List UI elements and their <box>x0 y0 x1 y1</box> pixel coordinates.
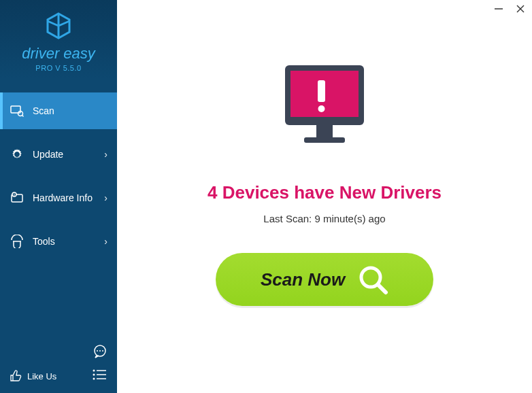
main-content: 4 Devices have New Drivers Last Scan: 9 … <box>117 0 532 393</box>
nav-item-tools[interactable]: Tools › <box>0 223 117 260</box>
svg-rect-21 <box>318 80 325 102</box>
nav-label: Hardware Info <box>33 192 93 203</box>
nav-item-scan[interactable]: Scan <box>0 92 117 129</box>
svg-point-9 <box>102 350 103 352</box>
version-label: PRO V 5.5.0 <box>0 64 117 72</box>
scan-now-button[interactable]: Scan Now <box>216 253 433 306</box>
nav-item-hardware[interactable]: i Hardware Info › <box>0 180 117 216</box>
close-button[interactable] <box>516 4 525 16</box>
magnify-icon <box>357 264 388 295</box>
svg-point-10 <box>93 370 95 372</box>
nav: Scan Update › i Hardware Info › Tools › <box>0 92 117 337</box>
nav-item-update[interactable]: Update › <box>0 136 117 173</box>
svg-point-7 <box>97 350 98 352</box>
chevron-right-icon: › <box>104 192 107 203</box>
svg-line-26 <box>378 285 386 292</box>
chat-button[interactable] <box>10 344 107 362</box>
info-icon: i <box>10 190 24 205</box>
sidebar-footer: Like Us <box>0 337 117 393</box>
svg-point-14 <box>93 378 95 380</box>
nav-label: Scan <box>33 105 54 116</box>
sidebar: driver easy PRO V 5.5.0 Scan Update › i … <box>0 0 117 393</box>
tools-icon <box>10 234 24 249</box>
last-scan-label: Last Scan: 9 minute(s) ago <box>263 213 385 224</box>
svg-rect-23 <box>316 125 333 137</box>
logo-area: driver easy PRO V 5.5.0 <box>0 0 117 80</box>
headline: 4 Devices have New Drivers <box>207 182 442 203</box>
chevron-right-icon: › <box>104 149 107 160</box>
like-us-button[interactable]: Like Us <box>10 370 56 382</box>
svg-point-12 <box>93 374 95 376</box>
svg-line-2 <box>22 116 24 117</box>
nav-label: Tools <box>33 236 55 247</box>
chevron-right-icon: › <box>104 236 107 247</box>
brand-name: driver easy <box>0 45 117 63</box>
gear-icon <box>10 147 24 162</box>
nav-label: Update <box>33 149 63 160</box>
scan-icon <box>10 103 24 118</box>
scan-button-label: Scan Now <box>261 269 345 290</box>
logo-icon <box>44 12 73 42</box>
svg-point-8 <box>99 350 101 352</box>
menu-icon[interactable] <box>93 369 107 383</box>
svg-point-22 <box>318 105 325 112</box>
window-controls <box>494 4 525 16</box>
svg-rect-24 <box>304 137 345 143</box>
thumbs-up-icon <box>10 370 22 382</box>
like-label: Like Us <box>27 371 56 381</box>
monitor-illustration <box>277 60 372 158</box>
minimize-button[interactable] <box>494 4 503 16</box>
